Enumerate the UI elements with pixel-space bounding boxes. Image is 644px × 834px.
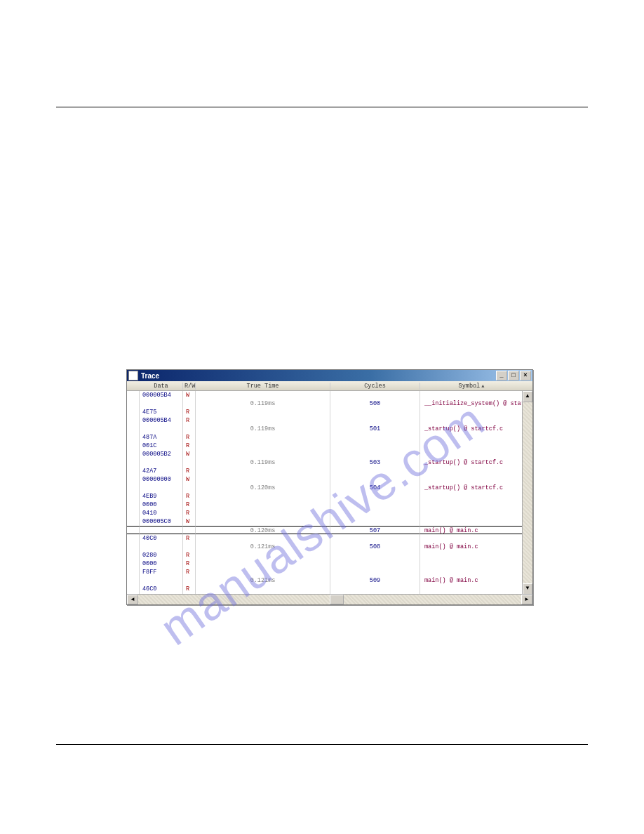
- table-row[interactable]: 000005B2W: [127, 450, 532, 458]
- row-gutter: [127, 484, 140, 492]
- cell-symbol: [420, 492, 532, 501]
- cell-data: 4E75: [140, 408, 183, 416]
- cell-symbol: main() @ main.c: [420, 543, 532, 551]
- cell-symbol: _startup() @ startcf.c: [420, 458, 532, 467]
- cell-symbol: main() @ main.c: [420, 576, 532, 585]
- table-row[interactable]: 0.121ms508main() @ main.c: [127, 543, 532, 551]
- cell-rw: W: [183, 475, 196, 484]
- scroll-left-button[interactable]: ◄: [127, 595, 138, 604]
- cell-true-time: 0.119ms: [196, 425, 330, 433]
- table-row[interactable]: 0000R: [127, 501, 532, 509]
- row-gutter: [127, 475, 140, 484]
- table-row[interactable]: 000005B4W: [127, 391, 532, 399]
- cell-rw: W: [183, 517, 196, 526]
- hscroll-thumb[interactable]: [330, 595, 344, 604]
- cell-symbol: [420, 585, 532, 593]
- table-row[interactable]: 0000R: [127, 560, 532, 568]
- cell-cycles: [330, 534, 420, 543]
- table-row[interactable]: 4E75R: [127, 408, 532, 416]
- cell-true-time: [196, 450, 330, 458]
- header-true-time[interactable]: True Time: [196, 383, 330, 390]
- header-data[interactable]: Data: [140, 383, 183, 390]
- cell-true-time: 0.119ms: [196, 399, 330, 408]
- scroll-right-button[interactable]: ►: [521, 595, 532, 604]
- table-row[interactable]: 0.120ms504_startup() @ startcf.c: [127, 484, 532, 492]
- cell-cycles: [330, 416, 420, 425]
- cell-true-time: [196, 501, 330, 509]
- cell-cycles: [330, 551, 420, 560]
- row-gutter: [127, 568, 140, 576]
- cell-symbol: [420, 450, 532, 458]
- table-row[interactable]: 0.121ms509main() @ main.c: [127, 576, 532, 585]
- cell-cycles: 500: [330, 399, 420, 408]
- vertical-scrollbar[interactable]: ▲ ▼: [522, 391, 532, 595]
- cell-rw: [183, 484, 196, 492]
- cell-rw: R: [183, 492, 196, 501]
- cell-rw: [183, 543, 196, 551]
- cell-cycles: 504: [330, 484, 420, 492]
- row-gutter: [127, 509, 140, 517]
- table-row[interactable]: 42A7R: [127, 467, 532, 475]
- divider-line: [56, 107, 588, 107]
- row-gutter: [127, 492, 140, 501]
- table-row[interactable]: 0.119ms501_startup() @ startcf.c: [127, 425, 532, 433]
- table-row[interactable]: 4EB9R: [127, 492, 532, 501]
- cell-true-time: 0.121ms: [196, 576, 330, 585]
- trace-rows: 000005B4W0.119ms500__initialize_system()…: [127, 391, 532, 595]
- cell-data: 00000000: [140, 475, 183, 484]
- cell-true-time: [196, 391, 330, 399]
- row-gutter: [127, 526, 140, 534]
- table-row[interactable]: 0.120ms507main() @ main.c: [127, 526, 532, 534]
- cell-symbol: [420, 568, 532, 576]
- maximize-button[interactable]: □: [508, 371, 519, 380]
- cell-data: 0000: [140, 560, 183, 568]
- table-row[interactable]: 000005B4R: [127, 416, 532, 425]
- cell-data: [140, 484, 183, 492]
- cell-rw: R: [183, 501, 196, 509]
- cell-rw: R: [183, 442, 196, 450]
- cell-rw: R: [183, 585, 196, 593]
- cell-rw: W: [183, 391, 196, 399]
- cell-rw: R: [183, 509, 196, 517]
- table-row[interactable]: 487AR: [127, 433, 532, 442]
- cell-cycles: [330, 450, 420, 458]
- cell-rw: [183, 425, 196, 433]
- header-cycles[interactable]: Cycles: [330, 383, 420, 390]
- cell-data: 40C0: [140, 534, 183, 543]
- cell-data: [140, 399, 183, 408]
- table-row[interactable]: 0.119ms503_startup() @ startcf.c: [127, 458, 532, 467]
- cell-true-time: 0.119ms: [196, 458, 330, 467]
- row-gutter: [127, 416, 140, 425]
- table-row[interactable]: F8FFR: [127, 568, 532, 576]
- scroll-up-button[interactable]: ▲: [523, 391, 532, 402]
- table-row[interactable]: 46C0R: [127, 585, 532, 593]
- minimize-button[interactable]: _: [496, 371, 507, 380]
- cell-symbol: [420, 517, 532, 526]
- cell-symbol: [420, 551, 532, 560]
- header-symbol[interactable]: Symbol▲: [420, 383, 523, 390]
- table-row[interactable]: 001CR: [127, 442, 532, 450]
- cell-symbol: [420, 433, 532, 442]
- close-button[interactable]: ×: [520, 371, 531, 380]
- cell-symbol: main() @ main.c: [420, 526, 532, 534]
- cell-cycles: [330, 585, 420, 593]
- table-row[interactable]: 40C0R: [127, 534, 532, 543]
- column-header-row: Data R/W True Time Cycles Symbol▲: [127, 381, 532, 391]
- table-row[interactable]: 0410R: [127, 509, 532, 517]
- cell-data: 0000: [140, 501, 183, 509]
- cell-symbol: [420, 509, 532, 517]
- table-row[interactable]: 0.119ms500__initialize_system() @ star: [127, 399, 532, 408]
- horizontal-scrollbar[interactable]: ◄ ►: [127, 594, 532, 604]
- window-titlebar[interactable]: Trace _ □ ×: [127, 370, 532, 381]
- scroll-down-button[interactable]: ▼: [523, 583, 532, 595]
- table-row[interactable]: 000005C0W: [127, 517, 532, 526]
- trace-body: Data R/W True Time Cycles Symbol▲ 000005…: [127, 381, 532, 604]
- header-rw[interactable]: R/W: [183, 383, 196, 390]
- cell-symbol: __initialize_system() @ star: [420, 399, 532, 408]
- cell-rw: R: [183, 433, 196, 442]
- table-row[interactable]: 0280R: [127, 551, 532, 560]
- row-gutter: [127, 551, 140, 560]
- hscroll-track[interactable]: [138, 595, 521, 604]
- cell-data: 42A7: [140, 467, 183, 475]
- table-row[interactable]: 00000000W: [127, 475, 532, 484]
